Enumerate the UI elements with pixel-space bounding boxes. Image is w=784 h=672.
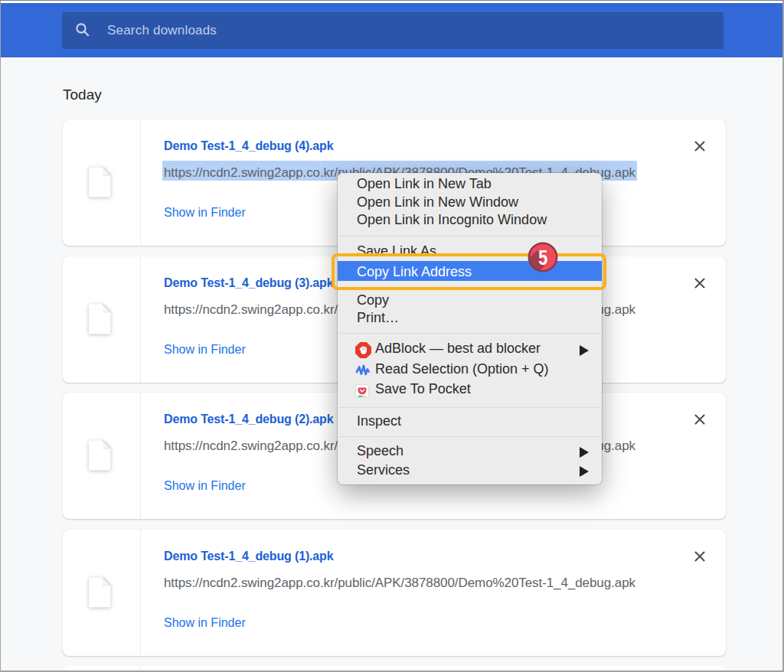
- svg-text:5: 5: [538, 246, 547, 269]
